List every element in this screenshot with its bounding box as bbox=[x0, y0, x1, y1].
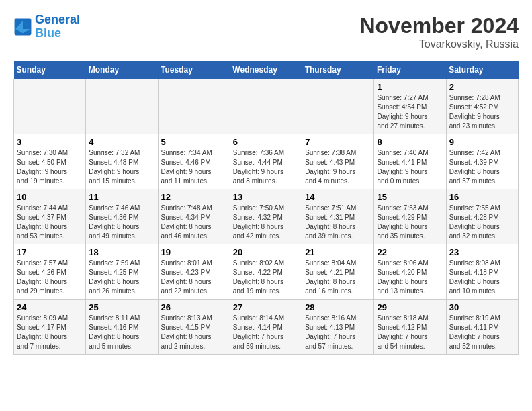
day-number: 24 bbox=[17, 302, 83, 312]
day-number: 8 bbox=[377, 137, 443, 147]
day-info: Sunrise: 8:04 AMSunset: 4:21 PMDaylight:… bbox=[305, 259, 371, 296]
day-info: Sunrise: 7:51 AMSunset: 4:31 PMDaylight:… bbox=[305, 203, 371, 241]
calendar-cell: 23Sunrise: 8:08 AMSunset: 4:18 PMDayligh… bbox=[446, 244, 518, 300]
calendar-cell: 17Sunrise: 7:57 AMSunset: 4:26 PMDayligh… bbox=[14, 244, 86, 300]
header-cell-wednesday: Wednesday bbox=[230, 61, 302, 79]
calendar-cell: 3Sunrise: 7:30 AMSunset: 4:50 PMDaylight… bbox=[14, 134, 86, 189]
calendar-cell: 14Sunrise: 7:51 AMSunset: 4:31 PMDayligh… bbox=[302, 189, 374, 244]
month-year-title: November 2024 bbox=[359, 13, 519, 38]
calendar-table: SundayMondayTuesdayWednesdayThursdayFrid… bbox=[13, 61, 519, 355]
day-number: 5 bbox=[161, 137, 227, 147]
header-cell-monday: Monday bbox=[86, 61, 158, 79]
calendar-cell: 26Sunrise: 8:13 AMSunset: 4:15 PMDayligh… bbox=[158, 300, 230, 355]
calendar-header: SundayMondayTuesdayWednesdayThursdayFrid… bbox=[14, 61, 519, 79]
day-info: Sunrise: 8:06 AMSunset: 4:20 PMDaylight:… bbox=[377, 259, 443, 296]
day-number: 4 bbox=[89, 137, 154, 147]
day-number: 1 bbox=[377, 82, 443, 92]
day-number: 21 bbox=[305, 247, 371, 257]
day-number: 23 bbox=[449, 247, 515, 257]
calendar-cell: 29Sunrise: 8:18 AMSunset: 4:12 PMDayligh… bbox=[374, 300, 446, 355]
calendar-cell: 1Sunrise: 7:27 AMSunset: 4:54 PMDaylight… bbox=[374, 79, 446, 134]
day-number: 18 bbox=[89, 247, 154, 257]
calendar-cell: 10Sunrise: 7:44 AMSunset: 4:37 PMDayligh… bbox=[14, 189, 86, 244]
day-number: 3 bbox=[17, 137, 83, 147]
day-info: Sunrise: 8:13 AMSunset: 4:15 PMDaylight:… bbox=[161, 314, 227, 351]
day-info: Sunrise: 7:50 AMSunset: 4:32 PMDaylight:… bbox=[233, 203, 299, 241]
calendar-cell: 8Sunrise: 7:40 AMSunset: 4:41 PMDaylight… bbox=[374, 134, 446, 189]
calendar-cell: 11Sunrise: 7:46 AMSunset: 4:36 PMDayligh… bbox=[86, 189, 158, 244]
logo-icon bbox=[13, 17, 32, 36]
day-info: Sunrise: 7:30 AMSunset: 4:50 PMDaylight:… bbox=[17, 148, 83, 186]
day-info: Sunrise: 8:16 AMSunset: 4:13 PMDaylight:… bbox=[305, 314, 371, 351]
day-number: 2 bbox=[449, 82, 515, 92]
calendar-cell: 25Sunrise: 8:11 AMSunset: 4:16 PMDayligh… bbox=[86, 300, 158, 355]
calendar-cell: 4Sunrise: 7:32 AMSunset: 4:48 PMDaylight… bbox=[86, 134, 158, 189]
calendar-cell bbox=[230, 79, 302, 134]
calendar-cell bbox=[158, 79, 230, 134]
day-info: Sunrise: 7:28 AMSunset: 4:52 PMDaylight:… bbox=[449, 93, 515, 131]
calendar-cell: 19Sunrise: 8:01 AMSunset: 4:23 PMDayligh… bbox=[158, 244, 230, 300]
day-number: 22 bbox=[377, 247, 443, 257]
calendar-cell: 21Sunrise: 8:04 AMSunset: 4:21 PMDayligh… bbox=[302, 244, 374, 300]
day-info: Sunrise: 7:44 AMSunset: 4:37 PMDaylight:… bbox=[17, 203, 83, 241]
week-row-2: 3Sunrise: 7:30 AMSunset: 4:50 PMDaylight… bbox=[14, 134, 519, 189]
day-number: 10 bbox=[17, 192, 83, 202]
calendar-cell: 22Sunrise: 8:06 AMSunset: 4:20 PMDayligh… bbox=[374, 244, 446, 300]
calendar-cell: 30Sunrise: 8:19 AMSunset: 4:11 PMDayligh… bbox=[446, 300, 518, 355]
location-subtitle: Tovarkovskiy, Russia bbox=[359, 38, 519, 50]
calendar-cell: 13Sunrise: 7:50 AMSunset: 4:32 PMDayligh… bbox=[230, 189, 302, 244]
calendar-cell: 27Sunrise: 8:14 AMSunset: 4:14 PMDayligh… bbox=[230, 300, 302, 355]
day-info: Sunrise: 7:42 AMSunset: 4:39 PMDaylight:… bbox=[449, 148, 515, 186]
day-info: Sunrise: 7:32 AMSunset: 4:48 PMDaylight:… bbox=[89, 148, 154, 186]
header-cell-saturday: Saturday bbox=[446, 61, 518, 79]
day-info: Sunrise: 8:02 AMSunset: 4:22 PMDaylight:… bbox=[233, 259, 299, 296]
calendar-cell: 18Sunrise: 7:59 AMSunset: 4:25 PMDayligh… bbox=[86, 244, 158, 300]
week-row-5: 24Sunrise: 8:09 AMSunset: 4:17 PMDayligh… bbox=[14, 300, 519, 355]
calendar-cell: 16Sunrise: 7:55 AMSunset: 4:28 PMDayligh… bbox=[446, 189, 518, 244]
calendar-cell bbox=[86, 79, 158, 134]
day-info: Sunrise: 7:55 AMSunset: 4:28 PMDaylight:… bbox=[449, 203, 515, 241]
day-number: 14 bbox=[305, 192, 371, 202]
title-block: November 2024 Tovarkovskiy, Russia bbox=[359, 13, 519, 50]
calendar-cell: 20Sunrise: 8:02 AMSunset: 4:22 PMDayligh… bbox=[230, 244, 302, 300]
day-info: Sunrise: 8:14 AMSunset: 4:14 PMDaylight:… bbox=[233, 314, 299, 351]
day-number: 30 bbox=[449, 302, 515, 312]
logo: General Blue bbox=[13, 13, 80, 40]
calendar-cell bbox=[302, 79, 374, 134]
day-info: Sunrise: 8:09 AMSunset: 4:17 PMDaylight:… bbox=[17, 314, 83, 351]
day-number: 11 bbox=[89, 192, 154, 202]
logo-text: General Blue bbox=[35, 13, 80, 40]
day-number: 6 bbox=[233, 137, 299, 147]
day-number: 28 bbox=[305, 302, 371, 312]
calendar-cell: 9Sunrise: 7:42 AMSunset: 4:39 PMDaylight… bbox=[446, 134, 518, 189]
day-number: 19 bbox=[161, 247, 227, 257]
calendar-cell: 2Sunrise: 7:28 AMSunset: 4:52 PMDaylight… bbox=[446, 79, 518, 134]
calendar-cell bbox=[14, 79, 86, 134]
day-info: Sunrise: 8:11 AMSunset: 4:16 PMDaylight:… bbox=[89, 314, 154, 351]
day-number: 15 bbox=[377, 192, 443, 202]
calendar-cell: 24Sunrise: 8:09 AMSunset: 4:17 PMDayligh… bbox=[14, 300, 86, 355]
day-info: Sunrise: 7:36 AMSunset: 4:44 PMDaylight:… bbox=[233, 148, 299, 186]
day-info: Sunrise: 8:01 AMSunset: 4:23 PMDaylight:… bbox=[161, 259, 227, 296]
calendar-cell: 15Sunrise: 7:53 AMSunset: 4:29 PMDayligh… bbox=[374, 189, 446, 244]
day-number: 9 bbox=[449, 137, 515, 147]
header-cell-sunday: Sunday bbox=[14, 61, 86, 79]
week-row-1: 1Sunrise: 7:27 AMSunset: 4:54 PMDaylight… bbox=[14, 79, 519, 134]
day-number: 25 bbox=[89, 302, 154, 312]
day-info: Sunrise: 8:19 AMSunset: 4:11 PMDaylight:… bbox=[449, 314, 515, 351]
day-number: 27 bbox=[233, 302, 299, 312]
day-info: Sunrise: 7:53 AMSunset: 4:29 PMDaylight:… bbox=[377, 203, 443, 241]
header-cell-tuesday: Tuesday bbox=[158, 61, 230, 79]
calendar-cell: 6Sunrise: 7:36 AMSunset: 4:44 PMDaylight… bbox=[230, 134, 302, 189]
week-row-3: 10Sunrise: 7:44 AMSunset: 4:37 PMDayligh… bbox=[14, 189, 519, 244]
day-number: 12 bbox=[161, 192, 227, 202]
header-cell-thursday: Thursday bbox=[302, 61, 374, 79]
day-info: Sunrise: 7:57 AMSunset: 4:26 PMDaylight:… bbox=[17, 259, 83, 296]
calendar-body: 1Sunrise: 7:27 AMSunset: 4:54 PMDaylight… bbox=[14, 79, 519, 355]
day-info: Sunrise: 7:40 AMSunset: 4:41 PMDaylight:… bbox=[377, 148, 443, 186]
day-info: Sunrise: 8:18 AMSunset: 4:12 PMDaylight:… bbox=[377, 314, 443, 351]
day-info: Sunrise: 7:46 AMSunset: 4:36 PMDaylight:… bbox=[89, 203, 154, 241]
day-number: 26 bbox=[161, 302, 227, 312]
calendar-cell: 28Sunrise: 8:16 AMSunset: 4:13 PMDayligh… bbox=[302, 300, 374, 355]
calendar-cell: 5Sunrise: 7:34 AMSunset: 4:46 PMDaylight… bbox=[158, 134, 230, 189]
